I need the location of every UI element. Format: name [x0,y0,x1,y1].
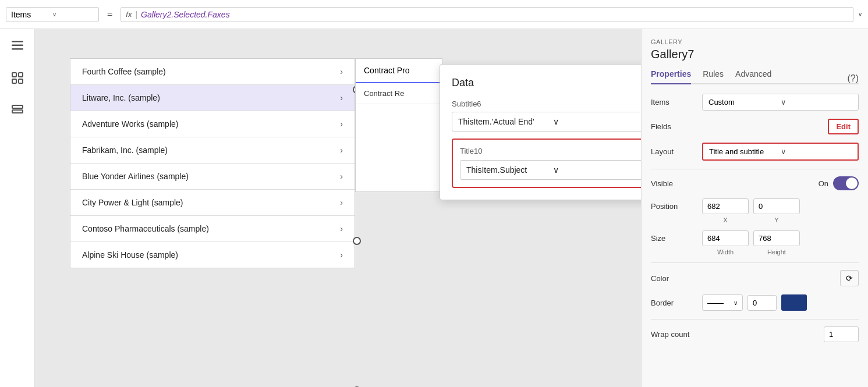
size-width-input[interactable] [702,230,749,246]
border-row: Border —— ∨ [651,294,859,311]
position-x-input[interactable] [702,198,749,214]
list-item[interactable]: Litware, Inc. (sample) › [70,85,355,111]
svg-rect-0 [12,41,23,42]
fields-row: Fields Edit [651,119,859,134]
title10-value: ThisItem.Subject [466,165,553,175]
size-height-input[interactable] [753,230,800,246]
items-dropdown[interactable]: Items ∨ [6,7,99,22]
layout-value: Title and subtitle [709,147,781,156]
visible-label: Visible [651,179,819,188]
size-label: Size [651,234,697,243]
formula-bar[interactable]: fx | Gallery2.Selected.Faxes [121,7,853,22]
subtitle6-dropdown[interactable]: ThisItem.'Actual End' ∨ [452,112,641,132]
wrap-count-row: Wrap count [651,326,859,342]
title10-chevron-icon: ∨ [553,165,640,175]
svg-rect-1 [12,45,23,47]
title10-block: Title10 ThisItem.Subject ∨ [452,139,641,188]
list-item[interactable]: Alpine Ski House (sample) › [70,242,355,268]
y-axis-label: Y [753,216,800,223]
tab-rules[interactable]: Rules [703,69,724,84]
layout-row: Layout Title and subtitle ∨ [651,143,859,161]
data-panel: Data ✕ Subtitle6 ThisItem.'Actual End' ∨… [440,64,641,200]
resize-handle-mid[interactable] [353,237,361,245]
items-value: Custom [708,98,781,106]
list-item[interactable]: Blue Yonder Airlines (sample) › [70,164,355,190]
sidebar-data-icon[interactable] [7,100,28,121]
formula-text: Gallery2.Selected.Faxes [141,10,230,19]
svg-rect-7 [12,105,23,108]
items-label: Items [11,10,52,19]
fields-label: Fields [651,122,697,131]
data-panel-header: Data ✕ [452,76,641,89]
sidebar-insert-icon[interactable] [7,68,28,88]
title10-label: Title10 [460,147,641,155]
wrap-count-input[interactable] [824,326,859,342]
gallery-label: GALLERY [651,38,859,45]
formula-bar-chevron-icon: ∨ [858,11,862,17]
height-label: Height [753,248,800,255]
svg-rect-8 [12,110,23,113]
border-label: Border [651,299,697,307]
fx-label: fx [126,10,132,19]
border-style-dropdown[interactable]: —— ∨ [702,294,743,311]
items-dropdown-chevron-icon: ∨ [781,98,853,106]
border-width-input[interactable] [747,295,777,311]
list-item[interactable]: City Power & Light (sample) › [70,190,355,216]
data-panel-title: Data [452,77,474,89]
position-label: Position [651,202,697,211]
svg-rect-6 [19,79,23,83]
svg-rect-5 [12,79,16,83]
list-item[interactable]: Adventure Works (sample) › [70,111,355,137]
list-item[interactable]: Fabrikam, Inc. (sample) › [70,137,355,164]
wrap-count-label: Wrap count [651,330,824,339]
position-row: Position [651,198,859,214]
visible-on-text: On [819,179,828,188]
sidebar [0,29,35,387]
tab-advanced[interactable]: Advanced [735,69,771,84]
contract-subheader: Contract Re [356,83,442,104]
list-item[interactable]: Contoso Pharmaceuticals (sample) › [70,216,355,242]
gallery-list: Fourth Coffee (sample) › Litware, Inc. (… [70,58,355,268]
help-icon[interactable]: (?) [847,73,859,84]
subtitle6-label: Subtitle6 [452,100,641,108]
border-color-swatch[interactable] [781,294,807,311]
equals-sign: = [104,9,116,20]
sidebar-menu-icon[interactable] [7,35,28,56]
border-style-chevron-icon: ∨ [734,300,738,306]
position-y-input[interactable] [753,198,800,214]
items-prop-label: Items [651,98,697,106]
items-row: Items Custom ∨ [651,94,859,111]
visible-row: Visible On [651,176,859,190]
gallery-name: Gallery7 [651,48,859,61]
tab-properties[interactable]: Properties [651,69,691,84]
width-label: Width [702,248,749,255]
properties-panel: GALLERY Gallery7 (?) Properties Rules Ad… [641,29,868,387]
visible-toggle[interactable] [833,176,859,190]
canvas-area: Fourth Coffee (sample) › Litware, Inc. (… [35,29,641,387]
color-label: Color [651,274,840,283]
layout-dropdown[interactable]: Title and subtitle ∨ [702,143,859,161]
fields-edit-button[interactable]: Edit [828,119,859,134]
toggle-knob [846,177,858,189]
contract-preview: Contract Pro Contract Re [355,58,442,192]
properties-tabs: Properties Rules Advanced [651,69,859,84]
list-item[interactable]: Fourth Coffee (sample) › [70,59,355,85]
svg-rect-2 [12,48,23,50]
fx-pipe: | [135,10,137,19]
layout-label: Layout [651,147,697,156]
title10-dropdown[interactable]: ThisItem.Subject ∨ [460,160,641,180]
color-swatch[interactable]: ⟳ [840,270,859,286]
svg-rect-3 [12,73,16,77]
border-style-line: —— [707,298,734,307]
items-value-dropdown[interactable]: Custom ∨ [702,94,859,111]
svg-rect-4 [19,73,23,77]
size-row: Size [651,230,859,246]
x-axis-label: X [702,216,749,223]
layout-chevron-icon: ∨ [781,147,852,156]
subtitle6-value: ThisItem.'Actual End' [458,117,553,126]
main-layout: Fourth Coffee (sample) › Litware, Inc. (… [0,29,868,387]
items-chevron-icon: ∨ [52,11,94,17]
subtitle6-chevron-icon: ∨ [553,117,641,126]
contract-header: Contract Pro [356,59,442,83]
top-bar: Items ∨ = fx | Gallery2.Selected.Faxes ∨ [0,0,868,29]
